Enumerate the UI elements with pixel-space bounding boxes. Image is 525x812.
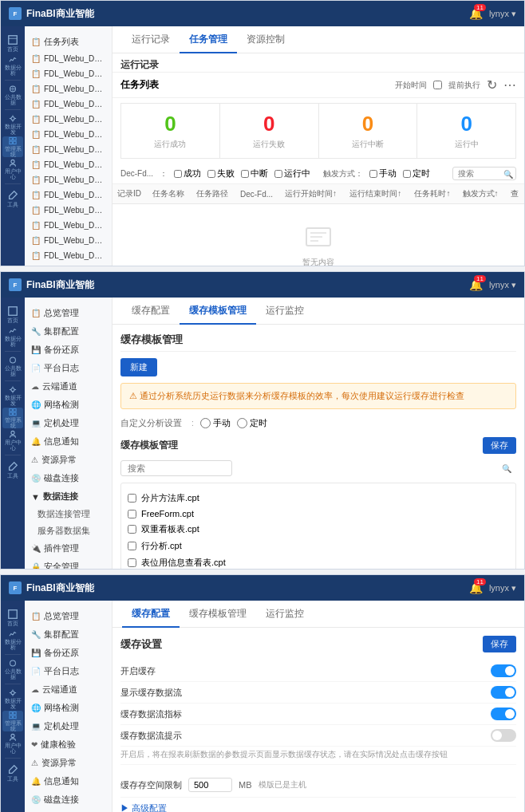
template-label-3-2[interactable]: 行分析.cpt	[141, 540, 182, 552]
sidebar-icon-tools-1[interactable]: 工具	[2, 188, 23, 209]
template-label-1-2[interactable]: FreeForm.cpt	[141, 509, 194, 518]
save-button-3[interactable]: 保存	[483, 636, 516, 652]
sidebar-item-fdl-5[interactable]: 📋 FDL_Webu_Dec...	[25, 127, 112, 142]
sidebar-item-cloud-3[interactable]: ☁ 云端通道	[25, 680, 112, 699]
sidebar-icon-devops-2[interactable]: 数据开发	[2, 385, 23, 406]
sidebar-item-fdl-6[interactable]: 📋 FDL_Webu_Dec...	[25, 142, 112, 157]
toggle-0-3[interactable]	[491, 664, 516, 677]
sidebar-item-fdl-4[interactable]: 📋 FDL_Webu_Dec...	[25, 112, 112, 127]
notification-badge-3[interactable]: 🔔 11	[469, 581, 483, 594]
sidebar-item-fdl-14[interactable]: 📋 FDL_Webu_Dec...	[25, 263, 112, 266]
sidebar-item-notify-2[interactable]: 🔔 信息通知	[25, 432, 112, 451]
sidebar-icon-public-1[interactable]: 公共数据	[2, 85, 23, 105]
filter-fail-1[interactable]: 失败	[207, 168, 235, 179]
sidebar-item-notify-3[interactable]: 🔔 信息通知	[25, 772, 112, 790]
template-check-4-2[interactable]	[128, 558, 136, 567]
sidebar-item-fdl-1[interactable]: 📋 FDL_Webu_Dec...	[25, 66, 112, 81]
template-label-4-2[interactable]: 表位用信息查看表.cpt	[141, 557, 226, 569]
notification-badge-2[interactable]: 🔔 11	[469, 278, 483, 291]
sidebar-item-overview-3[interactable]: 📋 总览管理	[25, 607, 112, 625]
refresh-icon-1[interactable]: ↻	[487, 77, 497, 93]
sidebar-item-fdl-10[interactable]: 📋 FDL_Webu_Dec...	[25, 203, 112, 218]
sidebar-item-fdl-12[interactable]: 📋 FDL_Webu_Dec...	[25, 233, 112, 248]
toggle-1-3[interactable]	[491, 686, 516, 699]
sidebar-item-health-3[interactable]: ❤ 健康检验	[25, 735, 112, 754]
save-button-2[interactable]: 保存	[483, 437, 516, 454]
refresh-manual-2[interactable]: 手动	[200, 417, 231, 429]
sidebar-item-fdl-3[interactable]: 📋 FDL_Webu_Dec...	[25, 97, 112, 112]
trigger-manual-1[interactable]: 手动	[369, 168, 397, 179]
tab-resource-ctrl-1[interactable]: 资源控制	[237, 26, 294, 53]
sidebar-item-fdl-7[interactable]: 📋 FDL_Webu_Dec...	[25, 157, 112, 172]
sidebar-icon-public-2[interactable]: 公共数据	[2, 356, 23, 376]
template-label-0-2[interactable]: 分片方法库.cpt	[141, 492, 199, 504]
sidebar-icon-home-2[interactable]: 首页	[2, 304, 23, 325]
sidebar-item-task-flow-1[interactable]: 📋 FDL_Webu_Dec...	[25, 51, 112, 66]
tab-cache-config-3[interactable]: 缓存配置	[122, 601, 180, 627]
trigger-auto-1[interactable]: 定时	[403, 168, 430, 179]
tab-run-record-1[interactable]: 运行记录	[122, 26, 180, 53]
sidebar-icon-tools-2[interactable]: 工具	[2, 459, 23, 480]
toggle-2-3[interactable]	[491, 708, 516, 720]
filter-running-1[interactable]: 运行中	[274, 168, 310, 179]
sidebar-icon-devops-3[interactable]: 数据开发	[2, 688, 23, 709]
sidebar-icon-analysis-2[interactable]: 数据分析	[2, 326, 23, 347]
sidebar-icon-home-3[interactable]: 首页	[2, 607, 23, 628]
new-template-button-2[interactable]: 新建	[120, 358, 157, 376]
sidebar-item-network-3[interactable]: 🌐 网络检测	[25, 699, 112, 717]
sidebar-icon-home-1[interactable]: 首页	[2, 33, 23, 53]
template-check-0-2[interactable]	[128, 494, 136, 503]
tab-run-monitor-3[interactable]: 运行监控	[256, 601, 314, 627]
user-info-3[interactable]: lynyx ▾	[489, 583, 516, 593]
user-info-1[interactable]: lynyx ▾	[489, 9, 516, 19]
sidebar-item-plugin-2[interactable]: 🔌 插件管理	[25, 539, 112, 558]
sidebar-icon-user-1[interactable]: 用户中心	[2, 159, 23, 179]
sidebar-group-data-3[interactable]: ▼ 数据连接	[25, 809, 112, 812]
tab-cache-config-2[interactable]: 缓存配置	[122, 298, 180, 324]
template-label-2-2[interactable]: 双重看板表.cpt	[141, 523, 199, 535]
more-icon-1[interactable]: ⋯	[503, 77, 516, 93]
sidebar-icon-manage-2[interactable]: 管理系统	[2, 408, 23, 428]
template-check-2-2[interactable]	[128, 525, 136, 534]
task-checkbox-1[interactable]	[433, 81, 442, 89]
sidebar-icon-analysis-3[interactable]: 数据分析	[2, 629, 23, 650]
toggle-3-3[interactable]	[491, 729, 516, 742]
sidebar-item-disk-3[interactable]: 💿 磁盘连接	[25, 790, 112, 809]
sidebar-icon-analysis-1[interactable]: 数据分析	[2, 55, 23, 76]
sidebar-icon-user-2[interactable]: 用户中心	[2, 430, 23, 451]
sidebar-item-overview-2[interactable]: 📋 总览管理	[25, 304, 112, 322]
sidebar-item-machine-3[interactable]: 💻 定机处理	[25, 717, 112, 735]
sidebar-sub-server-2[interactable]: 服务器数据集	[25, 522, 112, 539]
sidebar-item-fdl-13[interactable]: 📋 FDL_Webu_Dec...	[25, 248, 112, 263]
template-search-input-2[interactable]	[120, 460, 232, 476]
sidebar-item-resource-3[interactable]: ⚠ 资源异常	[25, 754, 112, 772]
th-end-time[interactable]: 运行结束时间↑	[345, 184, 409, 204]
sidebar-item-backup-2[interactable]: 💾 备份还原	[25, 341, 112, 359]
sidebar-item-network-2[interactable]: 🌐 网络检测	[25, 396, 112, 414]
sidebar-item-fdl-2[interactable]: 📋 FDL_Webu_Dec...	[25, 81, 112, 97]
tab-task-mgmt-1[interactable]: 任务管理	[180, 26, 237, 53]
sidebar-icon-public-3[interactable]: 公共数据	[2, 659, 23, 680]
sidebar-item-cluster-2[interactable]: 🔧 集群配置	[25, 322, 112, 341]
template-check-3-2[interactable]	[128, 542, 136, 550]
sidebar-icon-devops-1[interactable]: 数据开发	[2, 114, 23, 135]
sidebar-item-backup-3[interactable]: 💾 备份还原	[25, 644, 112, 662]
sidebar-icon-tools-3[interactable]: 工具	[2, 763, 23, 783]
notification-badge-1[interactable]: 🔔 11	[469, 7, 483, 20]
tab-cache-template-2[interactable]: 缓存模板管理	[180, 298, 256, 324]
sidebar-item-fdl-9[interactable]: 📋 FDL_Webu_Dec...	[25, 187, 112, 203]
sidebar-group-data-2[interactable]: ▼ 数据连接	[25, 487, 112, 506]
th-start-time[interactable]: 运行开始时间↑	[280, 184, 345, 204]
sidebar-item-security-2[interactable]: 🔒 安全管理	[25, 558, 112, 569]
tab-cache-template-3[interactable]: 缓存模板管理	[180, 601, 256, 627]
sidebar-icon-manage-3[interactable]: 管理系统	[2, 711, 23, 731]
filter-success-1[interactable]: 成功	[174, 168, 201, 179]
sidebar-item-datadev-1[interactable]: 📋 任务列表	[25, 33, 112, 51]
sidebar-item-cluster-3[interactable]: 🔧 集群配置	[25, 625, 112, 644]
refresh-auto-2[interactable]: 定时	[237, 417, 267, 429]
sidebar-item-machine-2[interactable]: 💻 定机处理	[25, 414, 112, 432]
filter-interrupt-1[interactable]: 中断	[241, 168, 268, 179]
tab-run-monitor-2[interactable]: 运行监控	[256, 298, 314, 324]
sidebar-item-fdl-8[interactable]: 📋 FDL_Webu_Dec...	[25, 172, 112, 187]
sidebar-icon-manage-1[interactable]: 管理系统	[2, 136, 23, 157]
